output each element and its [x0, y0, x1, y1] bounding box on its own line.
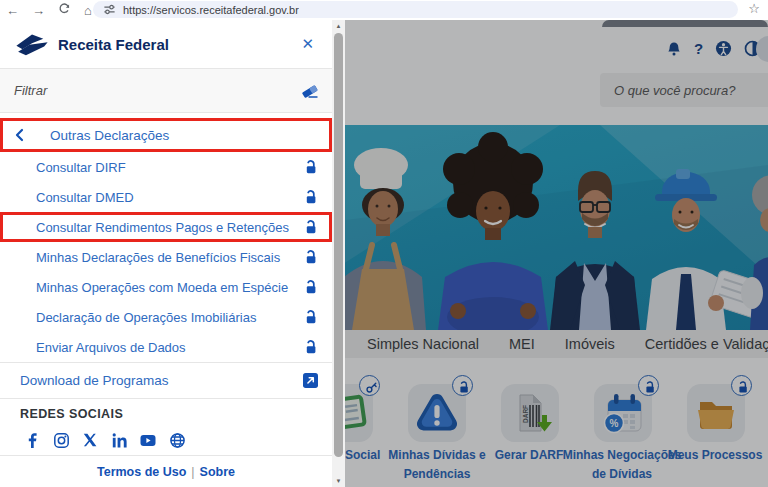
menu-item-beneficios-fiscais[interactable]: Minhas Declarações de Benefícios Fiscais	[0, 242, 332, 272]
lock-open-icon	[304, 340, 318, 355]
lock-open-icon	[304, 190, 318, 205]
receita-federal-logo-text: Receita Federal	[58, 36, 289, 53]
filter-placeholder: Filtrar	[14, 83, 301, 98]
scrollbar-thumb[interactable]	[334, 33, 343, 457]
scroll-up-arrow[interactable]: ▲	[332, 20, 345, 32]
screenshot-root: ← → ⌂ https://servicos.receitafederal.go…	[0, 0, 768, 487]
social-icon-row	[0, 425, 332, 455]
page: ? O que você procura?	[0, 20, 768, 487]
linkedin-icon[interactable]	[111, 432, 127, 448]
lock-open-icon	[304, 220, 318, 235]
lock-open-icon	[304, 160, 318, 175]
address-bar[interactable]: https://servicos.receitafederal.gov.br	[93, 1, 738, 18]
menu-item-download-programas[interactable]: Download de Programas	[0, 363, 332, 398]
site-settings-icon[interactable]	[103, 3, 116, 16]
menu-item-moeda-em-especie[interactable]: Minhas Operações com Moeda em Espécie	[0, 272, 332, 302]
external-link-icon	[303, 373, 318, 388]
reload-glyph	[58, 2, 71, 15]
eraser-icon[interactable]	[301, 84, 318, 98]
sidebar-footer: Termos de Uso | Sobre	[0, 456, 332, 487]
youtube-icon[interactable]	[140, 432, 156, 448]
lock-open-icon	[304, 250, 318, 265]
terms-link[interactable]: Termos de Uso	[97, 465, 186, 479]
chevron-left-icon[interactable]	[14, 128, 24, 142]
close-icon[interactable]: ✕	[297, 33, 318, 55]
filter-input[interactable]: Filtrar	[0, 69, 332, 112]
reload-icon[interactable]	[58, 2, 71, 18]
services-menu-sidebar: Receita Federal ✕ Filtrar Outras	[0, 20, 332, 487]
footer-separator: |	[191, 465, 194, 479]
receita-federal-logo-icon	[14, 31, 50, 57]
forward-arrow-icon[interactable]: →	[32, 3, 45, 18]
x-twitter-icon[interactable]	[82, 432, 98, 448]
menu-item-consultar-dmed[interactable]: Consultar DMED	[0, 182, 332, 212]
instagram-icon[interactable]	[53, 432, 69, 448]
about-link[interactable]: Sobre	[200, 465, 235, 479]
browser-chrome: ← → ⌂ https://servicos.receitafederal.go…	[0, 0, 768, 20]
lock-open-icon	[304, 310, 318, 325]
menu-item-consultar-dirf[interactable]: Consultar DIRF	[0, 152, 332, 182]
menu-item-enviar-arquivos[interactable]: Enviar Arquivos de Dados	[0, 332, 332, 362]
url-text[interactable]: https://servicos.receitafederal.gov.br	[123, 4, 299, 16]
sidebar-scrollbar[interactable]: ▲ ▼	[332, 20, 345, 487]
facebook-icon[interactable]	[24, 432, 40, 448]
menu-parent-label[interactable]: Outras Declarações	[50, 128, 169, 143]
social-heading: REDES SOCIAIS	[0, 399, 332, 421]
menu-parent-outras-declaracoes[interactable]: Outras Declarações	[0, 118, 332, 152]
website-globe-icon[interactable]	[169, 432, 185, 448]
scroll-down-arrow[interactable]: ▼	[332, 475, 345, 487]
home-icon[interactable]: ⌂	[84, 3, 92, 18]
menu-item-operacoes-imobiliarias[interactable]: Declaração de Operações Imobiliárias	[0, 302, 332, 332]
menu-item-consultar-rendimentos[interactable]: Consultar Rendimentos Pagos e Retenções	[0, 212, 332, 242]
bookmark-star-icon[interactable]: ☆	[748, 1, 760, 16]
lock-open-icon	[304, 280, 318, 295]
back-arrow-icon[interactable]: ←	[6, 3, 19, 18]
menu-list: Outras Declarações Consultar DIRF Consul…	[0, 113, 332, 362]
